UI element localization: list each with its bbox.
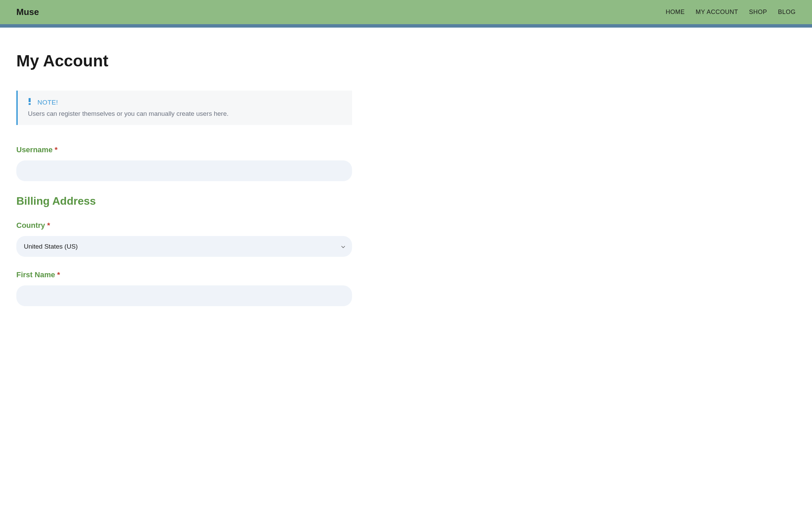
required-marker: *	[57, 270, 60, 279]
first-name-input[interactable]	[16, 285, 352, 306]
main-nav: HOME MY ACCOUNT SHOP BLOG	[666, 9, 796, 16]
first-name-group: First Name *	[16, 270, 352, 306]
first-name-label: First Name *	[16, 270, 352, 279]
username-group: Username *	[16, 145, 352, 181]
nav-home[interactable]: HOME	[666, 9, 685, 16]
username-input[interactable]	[16, 160, 352, 181]
country-select-wrapper: United States (US)	[16, 236, 352, 257]
required-marker: *	[47, 221, 50, 230]
required-marker: *	[55, 145, 58, 154]
site-header: Muse HOME MY ACCOUNT SHOP BLOG	[0, 0, 812, 24]
first-name-label-text: First Name	[16, 270, 55, 279]
svg-rect-0	[29, 98, 31, 102]
nav-my-account[interactable]: MY ACCOUNT	[696, 9, 738, 16]
username-label: Username *	[16, 145, 352, 154]
svg-rect-1	[29, 103, 31, 105]
username-label-text: Username	[16, 145, 52, 154]
country-select[interactable]: United States (US)	[16, 236, 352, 257]
country-group: Country * United States (US)	[16, 221, 352, 257]
note-text: Users can register themselves or you can…	[28, 110, 342, 118]
billing-section-title: Billing Address	[16, 195, 352, 207]
country-label-text: Country	[16, 221, 45, 230]
country-label: Country *	[16, 221, 352, 230]
nav-blog[interactable]: BLOG	[778, 9, 796, 16]
note-title: NOTE!	[37, 99, 58, 106]
main-content: My Account NOTE! Users can register them…	[0, 28, 368, 333]
accent-bar	[0, 24, 812, 28]
note-box: NOTE! Users can register themselves or y…	[16, 91, 352, 125]
site-title[interactable]: Muse	[16, 7, 39, 17]
nav-shop[interactable]: SHOP	[749, 9, 767, 16]
info-icon	[28, 98, 31, 107]
page-title: My Account	[16, 51, 352, 70]
note-header: NOTE!	[28, 98, 342, 107]
